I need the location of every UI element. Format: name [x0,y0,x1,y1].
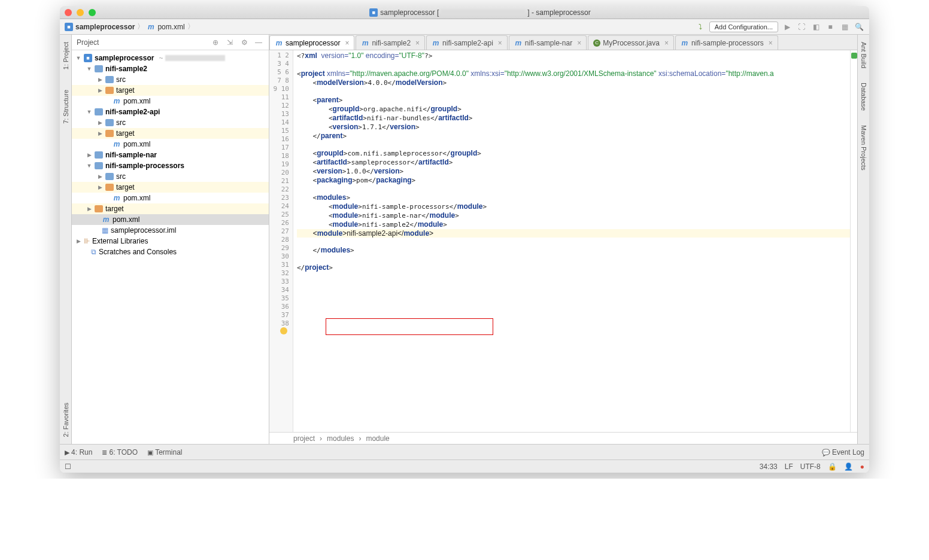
breadcrumb-file[interactable]: pom.xml [157,23,184,31]
run-icon[interactable]: ▶ [782,22,793,32]
line-numbers: 1 2 3 4 5 6 7 8 9 10 11 12 13 14 15 16 1… [269,50,293,432]
maven-icon: m [113,97,121,105]
analysis-ok-icon [851,53,857,59]
editor-tab[interactable]: mnifi-sample2× [356,35,425,50]
tool-window-project[interactable]: 1: Project [62,41,69,71]
event-log-button[interactable]: 💬 Event Log [822,448,864,456]
close-tab-icon[interactable]: × [345,39,349,47]
cursor-position[interactable]: 34:33 [760,462,778,471]
error-icon[interactable]: ● [860,462,864,471]
code-editor[interactable]: <?xml version="1.0" encoding="UTF-8"?> <… [293,50,850,432]
folder-icon [95,205,103,212]
tool-window-structure[interactable]: 7: Structure [62,89,69,125]
terminal-tool-window[interactable]: ▣ Terminal [147,448,182,456]
maven-icon: m [102,215,110,224]
tree-pom[interactable]: pom.xml [123,97,150,105]
breadcrumb-root[interactable]: sampleprocessor [75,23,135,31]
title-suffix: ] - sampleprocessor [527,8,590,17]
coverage-icon[interactable]: ◧ [810,22,821,32]
folder-icon [95,108,103,115]
file-encoding[interactable]: UTF-8 [800,462,821,471]
tree-target[interactable]: target [116,183,135,191]
status-icon[interactable]: ☐ [65,462,71,471]
project-panel: Project ⊕ ⇲ ⚙ — ■sampleprocessor~ nifi-s… [72,35,269,444]
expand-icon[interactable]: ⇲ [224,37,235,48]
structure-breadcrumb: project› modules› module [269,432,857,444]
minimize-window-icon[interactable] [77,9,84,16]
tool-window-ant[interactable]: Ant Build [860,41,867,69]
run-configuration-button[interactable]: Add Configuration... [709,22,778,32]
main-toolbar: ■ sampleprocessor 〉 m pom.xml 〉 ⤵ Add Co… [60,19,869,35]
tree-extlib[interactable]: External Libraries [92,237,148,245]
tree-pom[interactable]: pom.xml [123,194,150,202]
tree-src[interactable]: src [116,172,126,181]
maximize-window-icon[interactable] [89,9,96,16]
close-tab-icon[interactable]: × [664,39,669,47]
window-title: ■ sampleprocessor [ ] - sampleprocessor [96,8,864,17]
tree-iml[interactable]: sampleprocessor.iml [111,226,176,235]
debug-icon[interactable]: ⛶ [796,22,807,32]
tree-module[interactable]: nifi-sample-processors [105,162,184,170]
tree-root[interactable]: sampleprocessor [95,54,154,62]
folder-icon [105,119,114,126]
tree-target[interactable]: target [105,205,124,213]
search-icon[interactable]: 🔍 [854,22,864,32]
editor-status-rail [850,50,857,432]
module-icon: ■ [369,8,378,17]
editor-tab[interactable]: msampleprocessor× [269,35,354,50]
editor-tab[interactable]: mnifi-sample-nar× [509,35,587,50]
hide-panel-icon[interactable]: — [253,37,264,48]
todo-tool-window[interactable]: ≣ 6: TODO [102,448,138,456]
incrumb-a[interactable]: project [293,434,315,443]
editor-tab[interactable]: mnifi-sample2-api× [426,35,508,50]
tree-scratch[interactable]: Scratches and Consoles [99,248,177,256]
folder-icon [95,151,103,159]
incrumb-c[interactable]: module [366,434,389,443]
project-tree[interactable]: ■sampleprocessor~ nifi-sample2 src targe… [72,50,269,444]
locate-icon[interactable]: ⊕ [210,37,221,48]
tree-target[interactable]: target [116,86,135,95]
folder-icon [105,184,114,191]
titlebar: ■ sampleprocessor [ ] - sampleprocessor [60,6,869,19]
tree-pom[interactable]: pom.xml [123,140,150,148]
tree-module[interactable]: nifi-sample-nar [105,151,157,159]
line-ending[interactable]: LF [785,462,793,471]
editor-tab[interactable]: mnifi-sample-processors× [675,35,778,50]
chevron-right-icon: 〉 [137,22,144,32]
tree-target[interactable]: target [116,129,135,138]
lock-icon[interactable]: 🔒 [828,462,837,471]
editor-tab[interactable]: CMyProcessor.java× [588,35,674,50]
layout-icon[interactable]: ▦ [839,22,850,32]
tool-window-database[interactable]: Database [860,81,867,112]
tree-module[interactable]: nifi-sample2 [105,65,147,73]
gear-icon[interactable]: ⚙ [239,37,250,48]
folder-icon [105,130,114,137]
panel-title[interactable]: Project [77,38,207,47]
run-tool-window[interactable]: ▶ 4: Run [65,448,92,456]
close-tab-icon[interactable]: × [415,39,420,47]
tool-window-favorites[interactable]: 2: Favorites [62,401,69,438]
tree-module[interactable]: nifi-sample2-api [105,108,160,116]
title-prefix: sampleprocessor [ [380,8,439,17]
maven-icon: m [113,140,121,148]
stop-icon[interactable]: ■ [825,22,836,32]
incrumb-b[interactable]: modules [327,434,354,443]
bottom-toolbar: ▶ 4: Run ≣ 6: TODO ▣ Terminal 💬 Event Lo… [60,444,869,459]
scratch-icon: ⧉ [91,248,96,256]
tree-src[interactable]: src [116,118,126,127]
close-window-icon[interactable] [65,9,72,16]
folder-icon [95,65,103,72]
folder-icon [95,162,103,169]
inspector-icon[interactable]: 👤 [844,462,853,471]
tree-pom-selected[interactable]: pom.xml [113,215,139,224]
tree-src[interactable]: src [116,75,126,84]
breadcrumb: ■ sampleprocessor 〉 m pom.xml 〉 [65,22,695,32]
close-tab-icon[interactable]: × [577,39,581,47]
close-tab-icon[interactable]: × [769,39,773,47]
build-icon[interactable]: ⤵ [695,22,706,32]
tool-window-maven[interactable]: Maven Projects [860,124,867,172]
close-tab-icon[interactable]: × [498,39,502,47]
lib-icon: ⊪ [84,237,90,245]
maven-icon: m [147,23,155,31]
folder-icon [105,173,114,180]
